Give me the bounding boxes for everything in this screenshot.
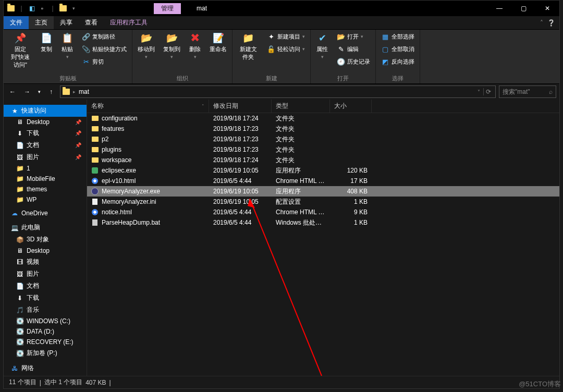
open-icon: 📂 [337,32,345,41]
history-button[interactable]: 🕘历史记录 [335,56,372,67]
easy-access-button[interactable]: 🔓轻松访问▾ [265,43,307,55]
sidebar-item[interactable]: 🖼图片📌 [4,151,87,163]
sidebar-this-pc[interactable]: 💻此电脑 [4,222,87,234]
table-row[interactable]: ParseHeapDump.bat2019/6/5 4:44Windows 批处… [87,217,559,228]
maximize-button[interactable]: ▢ [511,1,535,16]
cut-icon: ✂ [82,57,90,66]
table-row[interactable]: workspace2019/9/18 17:24文件夹 [87,155,559,165]
qat-dropdown-icon[interactable]: ▾ [69,4,78,13]
navigation-pane[interactable]: ★快速访问 🖥Desktop📌⬇下载📌📄文档📌🖼图片📌📁1📁MobileFile… [4,100,87,376]
sidebar-item[interactable]: 📁themes [4,184,87,194]
address-bar: ← → ▾ ↑ ▸ mat ˅ ⟳ 搜索"mat" ⌕ [4,84,559,100]
tab-share[interactable]: 共享 [54,16,79,29]
address-path[interactable]: mat [79,88,89,95]
tab-home[interactable]: 主页 [29,16,54,29]
table-row[interactable]: plugins2019/9/18 17:23文件夹 [87,144,559,155]
table-row[interactable]: MemoryAnalyzer.exe2019/6/19 10:05应用程序408… [87,186,559,197]
sidebar-item[interactable]: 📦3D 对象 [4,234,87,246]
new-folder-button[interactable]: 📁新建文件夹 [236,31,261,74]
new-doc-icon[interactable]: ▫ [38,4,46,13]
sidebar-item[interactable]: 📄文档 [4,280,87,292]
chevron-right-icon[interactable]: ▸ [73,89,76,94]
table-row[interactable]: eclipsec.exe2019/6/19 10:05应用程序120 KB [87,165,559,176]
sidebar-item[interactable]: 🖥Desktop📌 [4,117,87,127]
sidebar-item[interactable]: 🎞视频 [4,256,87,268]
minimize-button[interactable]: — [487,1,511,16]
column-headers: 名称˄ 修改日期 类型 大小 [87,100,559,113]
copy-button[interactable]: 📄复制 [38,31,55,74]
sidebar-icon: 💽 [16,338,23,346]
address-dropdown-icon[interactable]: ˅ [478,89,480,95]
column-name[interactable]: 名称˄ [87,100,209,113]
tab-view[interactable]: 查看 [79,16,104,29]
paste-button[interactable]: 📋粘贴▾ [59,31,76,74]
recent-dropdown-icon[interactable]: ▾ [36,86,42,97]
sidebar-icon: 📄 [16,142,23,149]
sidebar-item[interactable]: ⬇下载 [4,292,87,304]
sidebar-item[interactable]: ⬇下载📌 [4,127,87,139]
sidebar-item[interactable]: 📁WP [4,194,87,205]
sidebar-onedrive[interactable]: ☁OneDrive [4,208,87,218]
sidebar-item[interactable]: 🖼图片 [4,268,87,280]
copy-to-button[interactable]: 📂复制到▾ [161,31,182,74]
group-label-new: 新建 [236,74,307,83]
move-to-button[interactable]: 📂移动到▾ [136,31,157,74]
sidebar-item[interactable]: 💽DATA (D:) [4,326,87,337]
search-placeholder: 搜索"mat" [503,88,530,96]
properties-icon[interactable]: ◧ [28,4,36,13]
tab-file[interactable]: 文件 [4,16,29,29]
sidebar-item[interactable]: 💽RECOVERY (E:) [4,337,87,347]
copy-path-button[interactable]: 🔗复制路径 [80,31,129,42]
properties-button[interactable]: ✔属性▾ [314,31,331,74]
pin-quick-access-button[interactable]: 📌固定到"快速访问" [7,31,34,74]
sidebar-item[interactable]: 💽WINDOWS (C:) [4,316,87,326]
sidebar-item[interactable]: 🎵音乐 [4,304,87,316]
address-input[interactable]: ▸ mat ˅ ⟳ [60,85,496,98]
sidebar-network[interactable]: 🖧网络 [4,362,87,374]
folder-icon [7,4,15,13]
table-row[interactable]: configuration2019/9/18 17:24文件夹 [87,113,559,124]
titlebar[interactable]: | ◧ ▫ | ▾ 管理 mat — ▢ ✕ [4,1,559,16]
search-icon[interactable]: ⌕ [549,88,553,95]
help-icon[interactable]: ❔ [547,19,555,27]
up-button[interactable]: ↑ [45,86,57,97]
file-list[interactable]: configuration2019/9/18 17:24文件夹features2… [87,113,559,376]
pin-icon: 📌 [14,32,27,44]
new-item-button[interactable]: ✦新建项目▾ [265,31,307,42]
select-none-button[interactable]: ▢全部取消 [379,43,417,55]
sidebar-item[interactable]: 📄文档📌 [4,139,87,151]
cut-button[interactable]: ✂剪切 [80,56,129,67]
ribbon-collapse-icon[interactable]: ˄ [540,19,543,27]
open-button[interactable]: 📂打开▾ [335,31,372,42]
sidebar-item[interactable]: 💽新加卷 (P:) [4,347,87,359]
table-row[interactable]: notice.html2019/6/5 4:44Chrome HTML D...… [87,207,559,217]
contextual-tab[interactable]: 管理 [154,3,181,14]
refresh-icon[interactable]: ⟳ [483,88,493,95]
table-row[interactable]: features2019/9/18 17:23文件夹 [87,124,559,134]
search-input[interactable]: 搜索"mat" ⌕ [499,85,556,98]
edit-button[interactable]: ✎编辑 [335,43,372,55]
delete-button[interactable]: ✖删除▾ [187,31,203,74]
sidebar-item[interactable]: 📁MobileFile [4,174,87,184]
column-size[interactable]: 大小 [330,100,372,113]
back-button[interactable]: ← [7,86,18,97]
table-row[interactable]: MemoryAnalyzer.ini2019/6/19 10:05配置设置1 K… [87,197,559,207]
sidebar-item[interactable]: 📁1 [4,163,87,174]
status-size: 407 KB [85,379,106,386]
tab-app-tools[interactable]: 应用程序工具 [104,16,154,29]
invert-selection-button[interactable]: ◩反向选择 [379,56,417,67]
rename-button[interactable]: 📝重命名 [207,31,229,74]
paste-shortcut-icon: 📎 [82,45,90,53]
sidebar-icon: ⬇ [16,295,23,302]
close-button[interactable]: ✕ [535,1,559,16]
folder-icon-2[interactable] [59,4,67,13]
sidebar-quick-access[interactable]: ★快速访问 [4,105,87,117]
column-date[interactable]: 修改日期 [209,100,272,113]
forward-button[interactable]: → [21,86,33,97]
table-row[interactable]: epl-v10.html2019/6/5 4:44Chrome HTML D..… [87,176,559,186]
paste-shortcut-button[interactable]: 📎粘贴快捷方式 [80,43,129,55]
select-all-button[interactable]: ▦全部选择 [379,31,417,42]
column-type[interactable]: 类型 [272,100,330,113]
table-row[interactable]: p22019/9/18 17:23文件夹 [87,134,559,144]
sidebar-item[interactable]: 🖥Desktop [4,246,87,256]
